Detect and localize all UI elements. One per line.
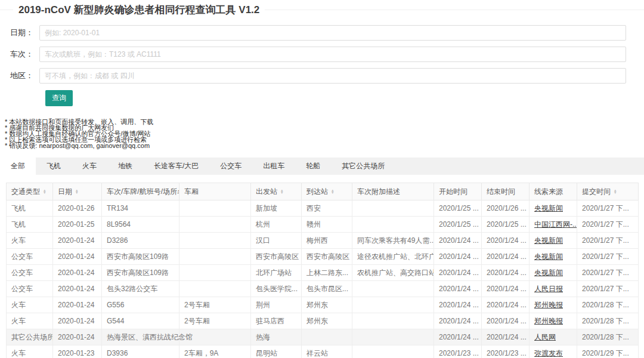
table-cell: 2020/1/27 下... (577, 281, 639, 297)
table-cell: 2020-01-24 (53, 329, 102, 345)
table-cell: 央视新闻 (530, 233, 577, 249)
table-cell: 2车厢，9A (179, 345, 251, 358)
source-link[interactable]: 央视新闻 (534, 252, 563, 261)
results-table-wrap: 交通类型日期车次/车牌/航班号/场所名...车厢出发站到达站车次附加描述开始时间… (6, 183, 638, 358)
column-label: 车次附加描述 (357, 187, 400, 197)
column-label: 提交时间 (582, 187, 611, 197)
table-cell: 2020-01-24 (53, 281, 102, 297)
sort-icon[interactable] (614, 189, 617, 195)
table-cell: 2020/1/25 ... (434, 200, 482, 217)
train-input[interactable] (39, 47, 626, 62)
table-cell: 火车 (7, 313, 53, 329)
source-link[interactable]: 弥渡发布 (534, 349, 563, 357)
table-cell (179, 281, 251, 297)
source-link[interactable]: 郑州晚报 (534, 317, 563, 325)
table-cell: 2020/1/27 下... (577, 265, 639, 281)
table-cell: 公交车 (7, 249, 53, 265)
tab-item[interactable]: 公交车 (209, 158, 252, 175)
table-cell: 2020/1/28 下... (577, 329, 639, 345)
table-cell: 2020/1/27 下... (577, 233, 639, 249)
table-cell: 2020/1/24 ... (482, 265, 530, 281)
title-bar: 2019-nCoV 新型肺炎确诊患者相同行程查询工具 V1.2 (0, 0, 644, 21)
table-cell (352, 297, 434, 313)
table-cell: 2020/1/23 ... (434, 345, 482, 358)
table-cell: G544 (102, 313, 179, 329)
table-cell: 人民日报 (530, 281, 577, 297)
table-cell: 郑州东 (302, 297, 352, 313)
source-link[interactable]: 郑州晚报 (534, 301, 563, 309)
column-label: 开始时间 (439, 187, 467, 197)
tab-item[interactable]: 其它公共场所 (331, 158, 395, 175)
table-cell: 2020/1/24 ... (482, 249, 530, 265)
table-cell: 2020/1/24 ... (434, 249, 482, 265)
table-cell: 2020-01-23 (53, 345, 102, 358)
table-cell: 驻马店西 (251, 313, 302, 329)
source-link[interactable]: 央视新闻 (534, 268, 563, 277)
column-label: 车次/车牌/航班号/场所名... (107, 187, 179, 197)
table-cell: 8L9564 (102, 217, 179, 233)
table-cell: 热海景区、滇西抗战纪念馆 (102, 329, 179, 345)
table-cell: 2020/1/28 下... (577, 297, 639, 313)
table-cell: 包头医学院... (251, 281, 302, 297)
form-row-date: 日期： (0, 25, 644, 41)
table-cell: 火车 (7, 297, 53, 313)
table-cell: 新加坡 (251, 200, 302, 217)
table-row: 火车2020-01-24G5562号车厢荆州郑州东2020/1/24 ...20… (7, 297, 639, 313)
tab-item[interactable]: 飞机 (36, 158, 72, 175)
source-link[interactable]: 央视新闻 (534, 204, 563, 212)
table-cell: 祥云站 (302, 345, 352, 358)
column-header[interactable]: 到达站 (302, 183, 352, 200)
table-cell: 2020-01-24 (53, 249, 102, 265)
table-cell: 杭州 (251, 217, 302, 233)
column-header[interactable]: 车次/车牌/航班号/场所名... (102, 183, 179, 200)
column-header[interactable]: 提交时间 (577, 183, 639, 200)
table-cell: G556 (102, 297, 179, 313)
form-row-region: 地区： (0, 68, 644, 84)
sort-icon[interactable] (281, 189, 283, 195)
table-cell (352, 281, 434, 297)
table-cell (179, 265, 251, 281)
table-cell (179, 217, 251, 233)
column-header: 结束时间 (482, 183, 530, 200)
table-row: 飞机2020-01-26TR134新加坡西安2020/1/25 ...2020/… (7, 200, 639, 217)
sort-icon[interactable] (332, 189, 334, 195)
tab-item[interactable]: 全部 (0, 158, 36, 178)
source-link[interactable]: 央视新闻 (534, 236, 563, 245)
source-link[interactable]: 中国江西网-... (534, 220, 577, 229)
tab-item[interactable]: 长途客车/大巴 (143, 158, 209, 175)
table-cell: 火车 (7, 233, 53, 249)
table-header-row: 交通类型日期车次/车牌/航班号/场所名...车厢出发站到达站车次附加描述开始时间… (7, 183, 639, 200)
tab-item[interactable]: 轮船 (295, 158, 331, 175)
table-cell: 弥渡发布 (530, 345, 577, 358)
table-cell: 公交车 (7, 265, 53, 281)
table-cell: 2020/1/24 ... (434, 297, 482, 313)
table-cell (302, 329, 352, 345)
source-link[interactable]: 人民日报 (534, 285, 563, 293)
search-button[interactable]: 查询 (45, 90, 73, 106)
table-cell: 上林二路东... (302, 265, 352, 281)
column-header[interactable]: 交通类型 (7, 183, 53, 200)
table-cell: 荆州 (251, 297, 302, 313)
column-label: 到达站 (306, 187, 328, 197)
table-cell: 火车 (7, 345, 53, 358)
table-cell: 2020/1/24 ... (434, 313, 482, 329)
column-header: 车次附加描述 (352, 183, 434, 200)
table-row: 火车2020-01-24G5442号车厢驻马店西郑州东2020/1/24 ...… (7, 313, 639, 329)
table-cell: 2020/1/24 ... (434, 281, 482, 297)
column-header[interactable]: 日期 (53, 183, 102, 200)
column-label: 交通类型 (11, 187, 40, 197)
tab-item[interactable]: 地铁 (107, 158, 143, 175)
table-cell: 农机推广站、高交路口站... (352, 265, 434, 281)
table-cell: 其它公共场所 (7, 329, 53, 345)
sort-icon[interactable] (44, 189, 46, 195)
table-cell: 西安 (302, 200, 352, 217)
region-input[interactable] (39, 68, 626, 84)
sort-icon[interactable] (76, 189, 78, 195)
tab-item[interactable]: 火车 (72, 158, 107, 175)
source-link[interactable]: 人民网 (534, 333, 556, 341)
date-input[interactable] (39, 25, 626, 41)
table-cell (179, 249, 251, 265)
tab-item[interactable]: 出租车 (252, 158, 295, 175)
table-cell: 2020-01-24 (53, 313, 102, 329)
column-header[interactable]: 出发站 (251, 183, 302, 200)
